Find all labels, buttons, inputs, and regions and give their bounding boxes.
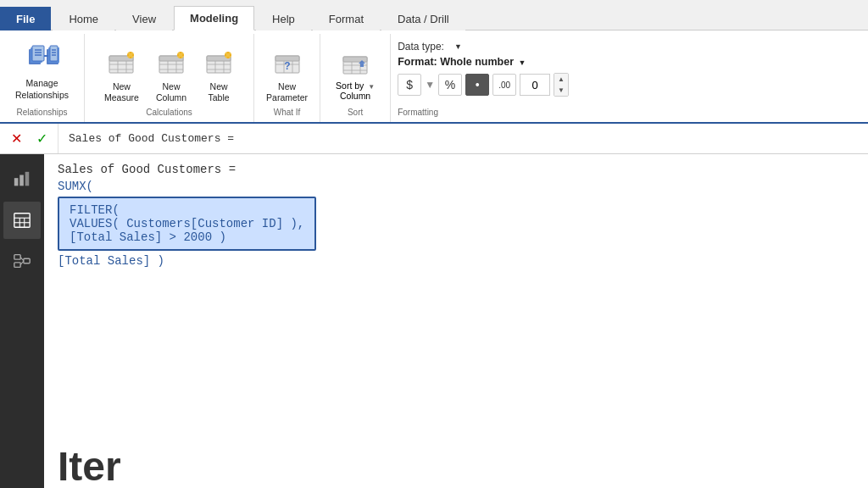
whatif-group-label: What If (274, 108, 301, 119)
format-value-spinner: ▲ ▼ (554, 73, 569, 97)
data-type-dropdown-arrow: ▼ (454, 42, 462, 51)
formula-bar: ✕ ✓ Sales of Good Customers = (0, 124, 868, 154)
main-area: Sales of Good Customers = SUMX( FILTER( … (0, 154, 868, 488)
formula-accept-button[interactable]: ✓ (32, 130, 51, 148)
formula-selected-line3: [Total Sales] > 2000 ) (70, 230, 304, 244)
formatting-group-label: Formatting (398, 108, 438, 119)
decimal-point-button[interactable]: • (465, 74, 489, 96)
formula-bar-text: Sales of Good Customers = (58, 124, 868, 153)
ribbon-group-calculations: New Measure (85, 34, 254, 122)
ribbon-group-whatif: ? New Parameter What If (254, 34, 320, 122)
format-value-increment[interactable]: ▲ (554, 74, 568, 85)
svg-rect-65 (14, 255, 20, 260)
new-measure-button[interactable]: New Measure (99, 47, 144, 104)
relationships-group-label: Relationships (17, 108, 68, 119)
formula-line-after: [Total Sales] ) (58, 254, 854, 268)
currency-separator: ▼ (425, 79, 435, 91)
new-parameter-button[interactable]: ? New Parameter (261, 47, 313, 104)
data-type-label[interactable]: Data type: (398, 41, 444, 53)
formatting-top-row: Data type: ▼ (398, 39, 861, 54)
sidebar (0, 154, 44, 488)
formula-selected-line2: VALUES( Customers[Customer ID] ), (70, 217, 304, 230)
sort-by-icon (340, 50, 370, 80)
format-value-decrement[interactable]: ▼ (554, 85, 568, 96)
formula-line1: Sales of Good Customers = (58, 163, 854, 176)
format-label[interactable]: Format: Whole number ▼ (398, 54, 861, 69)
new-parameter-label: New Parameter (266, 81, 308, 103)
tab-home[interactable]: Home (53, 7, 114, 30)
tab-bar: File Home View Modeling Help Format Data… (0, 0, 868, 30)
sort-dropdown-arrow: ▼ (368, 83, 375, 91)
new-measure-label: New Measure (104, 81, 139, 103)
sort-group-label: Sort (348, 108, 363, 119)
comma-decimal-button[interactable]: .00 (492, 74, 516, 96)
new-parameter-icon: ? (272, 49, 303, 80)
sort-by-column-button[interactable]: Sort by ▼ Column (327, 47, 383, 104)
tab-data-drill[interactable]: Data / Drill (381, 7, 465, 30)
tab-view[interactable]: View (116, 7, 172, 30)
new-table-label: New Table (209, 81, 230, 103)
formula-line2: SUMX( (58, 180, 854, 193)
large-text-display: Iter (44, 430, 868, 488)
svg-rect-59 (25, 172, 30, 186)
svg-rect-67 (24, 259, 30, 264)
calculations-group-label: Calculations (146, 108, 192, 119)
tab-help[interactable]: Help (256, 7, 311, 30)
sidebar-relationship-button[interactable] (3, 242, 41, 280)
ribbon-group-sort: Sort by ▼ Column Sort (320, 34, 391, 122)
new-column-button[interactable]: New Column (151, 47, 192, 104)
svg-rect-52 (343, 57, 367, 62)
format-dropdown-arrow: ▼ (518, 58, 526, 67)
manage-relationships-button[interactable]: Manage Relationships (7, 37, 77, 104)
manage-relationships-label: Manage Relationships (15, 78, 69, 101)
formula-selected-line1: FILTER( (70, 203, 304, 217)
ribbon-group-relationships: Manage Relationships Relationships (0, 34, 85, 122)
svg-rect-60 (14, 214, 30, 228)
new-column-icon (156, 49, 186, 80)
tab-file[interactable]: File (0, 7, 51, 30)
sidebar-bar-chart-button[interactable] (3, 161, 41, 198)
dollar-button[interactable]: $ (398, 74, 421, 96)
svg-rect-8 (50, 46, 58, 61)
tab-modeling[interactable]: Modeling (174, 6, 254, 30)
svg-rect-66 (14, 263, 20, 268)
tab-format[interactable]: Format (313, 7, 380, 30)
new-measure-icon (106, 49, 136, 80)
svg-text:?: ? (284, 60, 290, 72)
sort-by-label: Sort by ▼ Column (336, 80, 375, 101)
svg-rect-58 (19, 175, 24, 186)
ribbon-group-formatting: Data type: ▼ Format: Whole number ▼ $ ▼ … (391, 34, 868, 122)
percent-button[interactable]: % (438, 74, 462, 96)
sidebar-table-button[interactable] (3, 202, 41, 239)
svg-rect-2 (32, 46, 44, 61)
ribbon: Manage Relationships Relationships (0, 30, 868, 124)
formula-cancel-button[interactable]: ✕ (7, 130, 25, 148)
content-area: Sales of Good Customers = SUMX( FILTER( … (44, 154, 868, 488)
new-table-icon (203, 49, 234, 80)
svg-rect-57 (14, 178, 19, 186)
manage-relationships-icon (24, 41, 61, 78)
formula-editor[interactable]: Sales of Good Customers = SUMX( FILTER( … (44, 154, 868, 430)
formatting-controls: $ ▼ % • .00 ▲ ▼ (398, 73, 861, 97)
new-column-label: New Column (156, 81, 186, 103)
format-value-input[interactable] (520, 74, 550, 96)
new-table-button[interactable]: New Table (198, 47, 239, 104)
formula-bar-buttons: ✕ ✓ (0, 124, 58, 153)
